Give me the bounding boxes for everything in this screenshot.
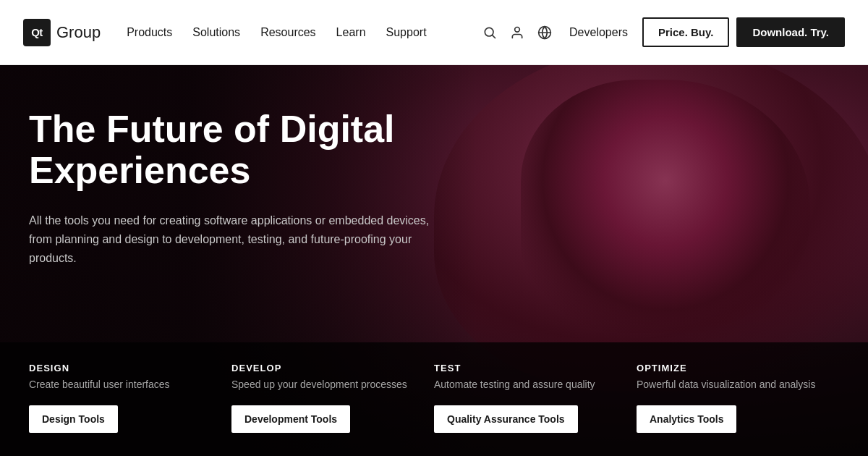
qt-logo-text: Qt — [31, 26, 43, 38]
design-tools-button[interactable]: Design Tools — [29, 405, 118, 433]
quality-assurance-tools-button[interactable]: Quality Assurance Tools — [434, 405, 578, 433]
card-optimize-category: OPTIMIZE — [637, 363, 822, 373]
svg-point-0 — [485, 28, 493, 36]
navbar: Qt Group Products Solutions Resources Le… — [0, 0, 868, 65]
card-test-category: TEST — [434, 363, 619, 373]
nav-icons — [482, 25, 552, 40]
nav-item-solutions[interactable]: Solutions — [192, 26, 240, 39]
card-develop: DEVELOP Speed up your development proces… — [231, 363, 434, 433]
download-try-button[interactable]: Download. Try. — [736, 17, 845, 47]
card-test: TEST Automate testing and assure quality… — [434, 363, 637, 433]
card-design-category: DESIGN — [29, 363, 214, 373]
analytics-tools-button[interactable]: Analytics Tools — [637, 405, 736, 433]
development-tools-button[interactable]: Development Tools — [231, 405, 350, 433]
nav-item-products[interactable]: Products — [127, 26, 172, 39]
hero-face-detail — [521, 80, 810, 333]
nav-item-resources[interactable]: Resources — [260, 26, 315, 39]
card-develop-desc: Speed up your development processes — [231, 378, 417, 392]
hero-subtitle: All the tools you need for creating soft… — [29, 211, 448, 267]
hero-content: The Future of Digital Experiences All th… — [0, 65, 492, 267]
nav-item-support[interactable]: Support — [386, 26, 427, 39]
svg-line-1 — [493, 35, 495, 38]
card-test-desc: Automate testing and assure quality — [434, 378, 619, 392]
qt-logo-box: Qt — [23, 19, 51, 46]
hero-cards: DESIGN Create beautiful user interfaces … — [0, 342, 868, 456]
price-buy-button[interactable]: Price. Buy. — [642, 17, 729, 47]
globe-icon[interactable] — [537, 25, 552, 40]
hero-title: The Future of Digital Experiences — [29, 109, 463, 191]
card-optimize-desc: Powerful data visualization and analysis — [637, 378, 822, 392]
search-icon[interactable] — [482, 25, 497, 40]
nav-links: Products Solutions Resources Learn Suppo… — [127, 26, 482, 39]
nav-item-learn[interactable]: Learn — [336, 26, 366, 39]
svg-point-2 — [515, 27, 520, 32]
card-design: DESIGN Create beautiful user interfaces … — [29, 363, 231, 433]
logo-group-text: Group — [56, 23, 101, 42]
hero-section: The Future of Digital Experiences All th… — [0, 65, 868, 456]
card-design-desc: Create beautiful user interfaces — [29, 378, 214, 392]
user-icon[interactable] — [510, 25, 524, 40]
card-optimize: OPTIMIZE Powerful data visualization and… — [637, 363, 839, 433]
logo-link[interactable]: Qt Group — [23, 19, 101, 46]
developers-link[interactable]: Developers — [569, 26, 628, 39]
card-develop-category: DEVELOP — [231, 363, 417, 373]
